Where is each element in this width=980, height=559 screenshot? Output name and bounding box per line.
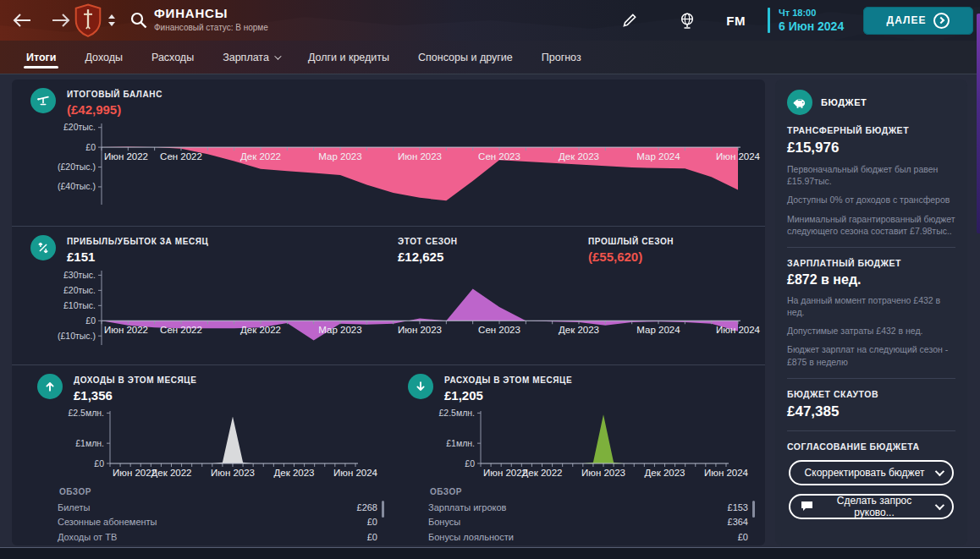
svg-text:Мар 2024: Мар 2024 [636,151,680,162]
list-item[interactable]: Бонусы лояльности£0 [428,529,748,545]
svg-text:Июн 2023: Июн 2023 [398,151,442,162]
income-list-scrollbar[interactable] [382,501,384,518]
svg-text:£1млн.: £1млн. [446,438,475,448]
chevron-down-icon [935,501,944,510]
income-label: ДОХОДЫ В ЭТОМ МЕСЯЦЕ [74,375,197,385]
tab-forecast[interactable]: Прогноз [527,41,596,74]
transfer-budget-label: ТРАНСФЕРНЫЙ БЮДЖЕТ [787,125,955,135]
list-item[interactable]: Билеты£268 [58,500,377,515]
svg-text:Дек 2023: Дек 2023 [645,468,685,478]
last-season-label: ПРОШЛЫЙ СЕЗОН [588,237,753,246]
balance-value: (£42,995) [67,102,162,117]
item-label: Билеты [58,502,90,512]
list-item[interactable]: Зарплаты игроков£153 [428,500,748,515]
wage-budget-value: £872 в нед. [787,272,955,288]
item-value: £364 [728,517,748,527]
tab-expenses[interactable]: Расходы [137,41,208,74]
profit-loss-section: ПРИБЫЛЬ/УБЫТОК ЗА МЕСЯЦ £151 ЭТОТ СЕЗОН … [12,227,765,365]
item-label: Доходы от ТВ [58,532,117,542]
forward-button[interactable] [49,8,73,32]
finance-summary-panel: ИТОГОВЫЙ БАЛАНС (£42,995) £20тыс.£0(£20т… [12,79,765,545]
budget-title: БЮДЖЕТ [821,97,867,107]
back-button[interactable] [10,8,34,32]
divider [787,247,955,248]
svg-text:£0: £0 [94,458,104,469]
balance-section: ИТОГОВЫЙ БАЛАНС (£42,995) £20тыс.£0(£20т… [12,79,765,227]
wage-budget-label: ЗАРПЛАТНЫЙ БЮДЖЕТ [787,258,955,268]
budget-note: Первоначальный бюджет был равен £15.97ты… [787,163,955,187]
item-value: £0 [367,532,377,542]
svg-text:Дек 2023: Дек 2023 [274,468,315,478]
budget-note: Бюджет зарплат на следующий сезон - £875… [787,343,955,367]
income-value: £1,356 [74,388,197,403]
list-item[interactable]: Сезонные абонементы£0 [58,515,377,530]
budget-note: На данный момент потрачено £432 в нед. [787,294,955,318]
svg-text:Июн 2023: Июн 2023 [398,325,442,335]
item-value: £0 [367,517,377,527]
search-button[interactable] [127,8,151,32]
budget-approval-label: СОГЛАСОВАНИЕ БЮДЖЕТА [787,441,955,452]
tab-debts[interactable]: Долги и кредиты [294,41,404,74]
svg-text:Мар 2024: Мар 2024 [636,325,680,335]
svg-text:£0: £0 [465,458,475,469]
income-arrow-up-icon [37,374,63,399]
list-item[interactable]: Зарплаты персонала£282 [428,545,748,546]
tab-label: Прогноз [542,52,581,63]
expenses-overview-title: ОБЗОР [430,487,748,496]
list-item[interactable]: Торговля£2 [58,545,377,546]
world-news-button[interactable] [675,8,699,32]
svg-text:Сен 2022: Сен 2022 [160,151,202,162]
continue-button[interactable]: ДАЛЕЕ [863,7,973,35]
svg-text:Сен 2022: Сен 2022 [160,325,202,335]
club-switch-chevrons[interactable] [108,14,115,26]
svg-text:Июн 2022: Июн 2022 [104,151,148,162]
expenses-label: РАСХОДЫ В ЭТОМ МЕСЯЦЕ [444,375,572,385]
club-crest-icon [73,3,103,37]
tab-sponsors[interactable]: Спонсоры и другие [404,41,527,74]
svg-text:(£20тыс.): (£20тыс.) [58,162,96,172]
continue-label: ДАЛЕЕ [887,14,927,26]
tab-summary[interactable]: Итоги [12,41,70,74]
svg-text:Дек 2022: Дек 2022 [240,151,281,162]
svg-text:Июн 2023: Июн 2023 [211,468,255,478]
continue-arrow-icon [933,13,950,29]
profit-loss-icon [30,235,56,260]
clock-separator [768,8,770,33]
svg-text:Июн 2024: Июн 2024 [704,468,749,478]
globe-icon [679,12,696,30]
item-value: £268 [357,502,377,512]
item-label: Сезонные абонементы [58,517,157,527]
page-subtitle: Финансовый статус: В норме [154,23,268,32]
chevron-down-icon [274,52,281,59]
search-icon [129,11,148,30]
club-selector[interactable] [73,3,115,37]
svg-text:(£10тыс.): (£10тыс.) [58,331,96,341]
svg-text:Дек 2022: Дек 2022 [522,468,563,478]
tab-wages[interactable]: Зарплата [208,41,294,74]
edit-button[interactable] [618,8,641,32]
fm-logo: FM [726,14,746,28]
svg-text:£2.5млн.: £2.5млн. [69,408,105,418]
svg-text:Июн 2024: Июн 2024 [716,151,761,162]
svg-text:Июн 2024: Июн 2024 [716,325,761,335]
tab-label: Доходы [85,52,122,63]
svg-text:£30тыс.: £30тыс. [63,270,96,280]
fm-finances-screen: { "header": { "title": "ФИНАНСЫ", "subti… [0,0,980,559]
income-column: ДОХОДЫ В ЭТОМ МЕСЯЦЕ £1,356 £2.5млн.£1мл… [19,374,383,545]
scouting-budget-label: БЮДЖЕТ СКАУТОВ [787,389,955,399]
make-board-request-button[interactable]: Сделать запрос руково... [789,494,954,519]
svg-text:Мар 2023: Мар 2023 [318,151,361,162]
list-item[interactable]: Бонусы£364 [428,515,748,530]
pencil-icon [622,13,637,28]
speech-bubble-icon [801,501,813,512]
adjust-budget-button[interactable]: Скорректировать бюджет [789,460,954,485]
item-label: Бонусы [428,517,460,527]
this-season-label: ЭТОТ СЕЗОН [398,237,588,246]
expenses-chart: £2.5млн.£1млн.£0Июн 2022Дек 2022Июн 2023… [403,406,733,480]
svg-text:Дек 2023: Дек 2023 [559,151,599,162]
expenses-list-scrollbar[interactable] [752,501,755,518]
tab-income[interactable]: Доходы [70,41,136,74]
svg-text:Сен 2023: Сен 2023 [478,151,520,162]
list-item[interactable]: Доходы от ТВ£0 [58,529,377,545]
content-area: ИТОГОВЫЙ БАЛАНС (£42,995) £20тыс.£0(£20т… [0,74,980,548]
